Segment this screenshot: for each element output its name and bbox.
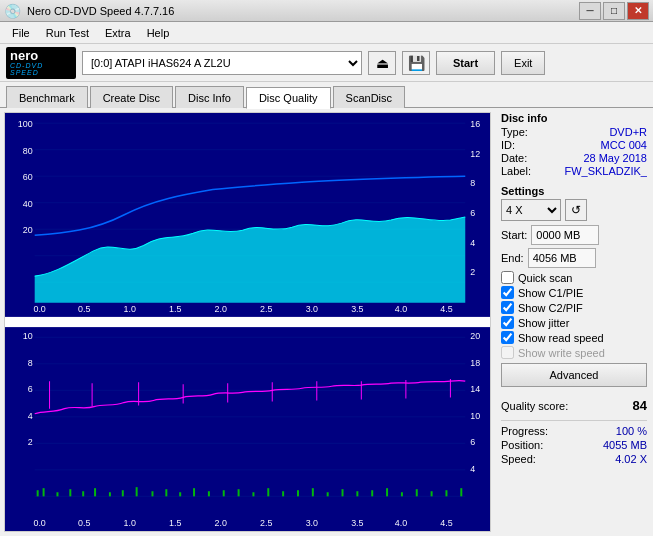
svg-rect-72 bbox=[223, 490, 225, 496]
svg-text:0.0: 0.0 bbox=[33, 518, 45, 528]
svg-text:0.5: 0.5 bbox=[78, 518, 90, 528]
drive-select[interactable]: [0:0] ATAPI iHAS624 A ZL2U bbox=[82, 51, 362, 75]
tab-disc-info[interactable]: Disc Info bbox=[175, 86, 244, 108]
show-c2pif-label: Show C2/PIF bbox=[518, 302, 583, 314]
svg-rect-64 bbox=[109, 492, 111, 496]
svg-text:18: 18 bbox=[470, 358, 480, 368]
quick-scan-row: Quick scan bbox=[501, 271, 647, 284]
disc-type-val: DVD+R bbox=[609, 126, 647, 138]
end-input[interactable] bbox=[528, 248, 596, 268]
title-bar: 💿 Nero CD-DVD Speed 4.7.7.16 ─ □ ✕ bbox=[0, 0, 653, 22]
svg-rect-73 bbox=[238, 489, 240, 496]
svg-rect-69 bbox=[179, 492, 181, 496]
show-jitter-checkbox[interactable] bbox=[501, 316, 514, 329]
minimize-button[interactable]: ─ bbox=[579, 2, 601, 20]
speed-row-progress: Speed: 4.02 X bbox=[501, 453, 647, 465]
settings-label: Settings bbox=[501, 185, 647, 197]
advanced-button[interactable]: Advanced bbox=[501, 363, 647, 387]
disc-label-val: FW_SKLADZIK_ bbox=[564, 165, 647, 177]
eject-button[interactable]: ⏏ bbox=[368, 51, 396, 75]
svg-text:1.5: 1.5 bbox=[169, 304, 181, 314]
show-c2pif-checkbox[interactable] bbox=[501, 301, 514, 314]
svg-text:3.5: 3.5 bbox=[351, 518, 363, 528]
svg-rect-68 bbox=[165, 489, 167, 496]
tab-create-disc[interactable]: Create Disc bbox=[90, 86, 173, 108]
tab-benchmark[interactable]: Benchmark bbox=[6, 86, 88, 108]
svg-text:2.5: 2.5 bbox=[260, 518, 272, 528]
charts-svg: 100 80 60 40 20 16 12 8 6 4 2 0.0 0.5 1.… bbox=[5, 113, 490, 531]
nero-logo: nero CD-DVD SPEED bbox=[6, 47, 76, 79]
progress-section: Progress: 100 % Position: 4055 MB Speed:… bbox=[501, 420, 647, 467]
svg-rect-88 bbox=[460, 488, 462, 496]
show-c1pie-row: Show C1/PIE bbox=[501, 286, 647, 299]
start-button[interactable]: Start bbox=[436, 51, 495, 75]
show-write-label: Show write speed bbox=[518, 347, 605, 359]
tab-disc-quality[interactable]: Disc Quality bbox=[246, 87, 331, 109]
svg-rect-80 bbox=[342, 489, 344, 496]
disc-date-val: 28 May 2018 bbox=[583, 152, 647, 164]
svg-text:6: 6 bbox=[28, 384, 33, 394]
svg-text:6: 6 bbox=[470, 437, 475, 447]
svg-rect-78 bbox=[312, 488, 314, 496]
refresh-button[interactable]: ↺ bbox=[565, 199, 587, 221]
menu-bar: File Run Test Extra Help bbox=[0, 22, 653, 44]
svg-text:0.0: 0.0 bbox=[33, 304, 45, 314]
maximize-button[interactable]: □ bbox=[603, 2, 625, 20]
svg-rect-71 bbox=[208, 491, 210, 496]
svg-rect-74 bbox=[252, 492, 254, 496]
svg-text:2.0: 2.0 bbox=[215, 518, 227, 528]
menu-help[interactable]: Help bbox=[139, 25, 178, 41]
svg-rect-62 bbox=[82, 491, 84, 496]
tab-scan-disc[interactable]: ScanDisc bbox=[333, 86, 405, 108]
menu-extra[interactable]: Extra bbox=[97, 25, 139, 41]
show-read-checkbox[interactable] bbox=[501, 331, 514, 344]
svg-rect-81 bbox=[356, 491, 358, 496]
svg-text:4.5: 4.5 bbox=[440, 518, 452, 528]
show-c1pie-checkbox[interactable] bbox=[501, 286, 514, 299]
svg-text:1.5: 1.5 bbox=[169, 518, 181, 528]
svg-text:4.0: 4.0 bbox=[395, 518, 407, 528]
svg-text:0.5: 0.5 bbox=[78, 304, 90, 314]
exit-button[interactable]: Exit bbox=[501, 51, 545, 75]
show-read-row: Show read speed bbox=[501, 331, 647, 344]
quick-scan-checkbox[interactable] bbox=[501, 271, 514, 284]
speed-value: 4.02 X bbox=[615, 453, 647, 465]
svg-text:12: 12 bbox=[470, 149, 480, 159]
progress-value: 100 % bbox=[616, 425, 647, 437]
start-input[interactable] bbox=[531, 225, 599, 245]
svg-text:60: 60 bbox=[23, 172, 33, 182]
menu-file[interactable]: File bbox=[4, 25, 38, 41]
svg-text:14: 14 bbox=[470, 384, 480, 394]
svg-rect-84 bbox=[401, 492, 403, 496]
show-write-checkbox[interactable] bbox=[501, 346, 514, 359]
disc-id-key: ID: bbox=[501, 139, 515, 151]
quick-scan-label: Quick scan bbox=[518, 272, 572, 284]
disc-date-key: Date: bbox=[501, 152, 527, 164]
app-icon: 💿 bbox=[4, 3, 21, 19]
disc-label-row: Label: FW_SKLADZIK_ bbox=[501, 165, 647, 177]
disc-date-row: Date: 28 May 2018 bbox=[501, 152, 647, 164]
main-content: 100 80 60 40 20 16 12 8 6 4 2 0.0 0.5 1.… bbox=[0, 108, 653, 536]
end-mb-row: End: bbox=[501, 248, 647, 268]
svg-text:10: 10 bbox=[23, 331, 33, 341]
svg-rect-87 bbox=[445, 490, 447, 496]
save-button[interactable]: 💾 bbox=[402, 51, 430, 75]
menu-run-test[interactable]: Run Test bbox=[38, 25, 97, 41]
svg-rect-70 bbox=[193, 488, 195, 496]
position-label: Position: bbox=[501, 439, 543, 451]
svg-rect-82 bbox=[371, 490, 373, 496]
nero-brand-text: nero bbox=[10, 49, 38, 62]
quality-score-label: Quality score: bbox=[501, 400, 568, 412]
disc-id-val: MCC 004 bbox=[601, 139, 647, 151]
svg-text:8: 8 bbox=[470, 178, 475, 188]
window-controls: ─ □ ✕ bbox=[579, 2, 649, 20]
svg-text:2.5: 2.5 bbox=[260, 304, 272, 314]
svg-rect-76 bbox=[282, 491, 284, 496]
close-button[interactable]: ✕ bbox=[627, 2, 649, 20]
position-value: 4055 MB bbox=[603, 439, 647, 451]
svg-rect-86 bbox=[431, 491, 433, 496]
nero-sub-text: CD-DVD SPEED bbox=[10, 62, 72, 76]
svg-rect-79 bbox=[327, 492, 329, 496]
position-row: Position: 4055 MB bbox=[501, 439, 647, 451]
speed-select[interactable]: 4 X bbox=[501, 199, 561, 221]
